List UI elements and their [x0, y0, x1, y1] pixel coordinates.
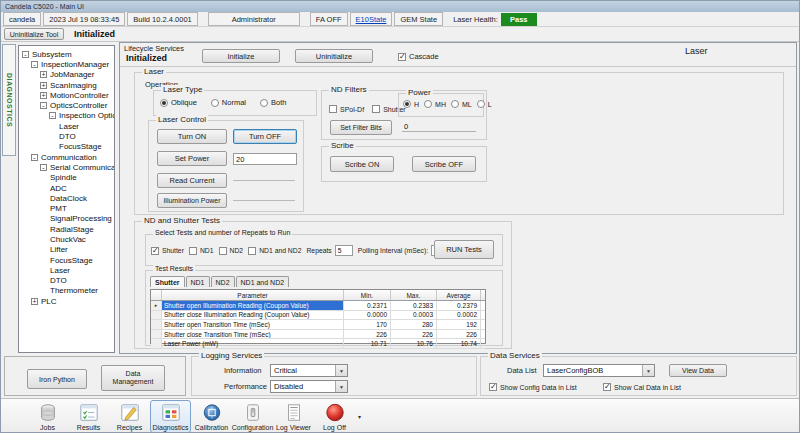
uninitialize-button[interactable]: Uninitialize: [295, 49, 373, 63]
tree-item-radialstage[interactable]: RadialStage: [19, 224, 114, 234]
taskbar-more-arrow[interactable]: ▾: [358, 413, 361, 420]
repeats-input[interactable]: 5: [335, 245, 353, 256]
test-checkbox-nd1-and-nd2[interactable]: ND1 and ND2: [248, 247, 301, 255]
nd-filter-checkbox-spol-df[interactable]: SPol-Df: [329, 105, 364, 113]
tree-item-opticscontroller[interactable]: -OpticsController: [19, 100, 114, 110]
laser-type-option-normal[interactable]: Normal: [211, 98, 246, 107]
view-data-button[interactable]: View Data: [669, 364, 727, 377]
collapse-icon[interactable]: -: [31, 61, 38, 68]
expand-icon[interactable]: +: [40, 92, 47, 99]
collapse-icon[interactable]: -: [31, 154, 38, 161]
table-row[interactable]: Shutter close Transition Time (mSec)2262…: [151, 330, 485, 340]
tree-item-pmt[interactable]: PMT: [19, 203, 114, 213]
collapse-icon[interactable]: -: [49, 112, 56, 119]
e10-state-link[interactable]: E10State: [350, 12, 393, 26]
tree-item-dto[interactable]: DTO: [19, 131, 114, 141]
illumination-power-button[interactable]: Illumination Power: [157, 193, 227, 208]
tree-item-dataclock[interactable]: DataClock: [19, 193, 114, 203]
divider: [120, 66, 796, 67]
information-level-dropdown[interactable]: Critical ▼: [270, 364, 348, 377]
tree-item-spindle[interactable]: Spindle: [19, 173, 114, 183]
scribe-on-button[interactable]: Scribe ON: [330, 156, 394, 172]
turn-off-button[interactable]: Turn OFF: [233, 129, 297, 144]
tree-item-inspectionmanager[interactable]: -InspectionManager: [19, 59, 114, 69]
laser-type-option-oblique[interactable]: Oblique: [160, 98, 197, 107]
column-header-parameter[interactable]: Parameter: [162, 290, 344, 300]
tree-item-communication[interactable]: -Communication: [19, 152, 114, 162]
uninitialize-tool-button[interactable]: Uninitialize Tool: [4, 28, 64, 40]
set-power-input[interactable]: 20: [233, 153, 297, 165]
collapse-icon[interactable]: -: [40, 164, 47, 171]
tab-shutter[interactable]: Shutter: [150, 276, 185, 287]
tree-item-laser[interactable]: Laser: [19, 265, 114, 275]
power-option-ml[interactable]: ML: [451, 100, 472, 108]
test-checkbox-nd2[interactable]: ND2: [219, 247, 244, 255]
tab-nd1-and-nd2[interactable]: ND1 and ND2: [236, 276, 290, 287]
tree-item-subsystem[interactable]: -Subsystem: [19, 49, 114, 59]
tree-item-focusstage[interactable]: FocusStage: [19, 255, 114, 265]
test-checkbox-shutter[interactable]: Shutter: [151, 247, 184, 255]
tree-item-inspection-optics[interactable]: -Inspection Optics: [19, 111, 114, 121]
cascade-checkbox[interactable]: Cascade: [398, 52, 439, 61]
set-power-button[interactable]: Set Power: [157, 151, 227, 166]
taskbar-calibration[interactable]: Calibration: [191, 400, 232, 433]
column-header-average[interactable]: Average: [437, 290, 481, 300]
data-list-dropdown[interactable]: LaserConfigBOB ▼: [543, 364, 655, 377]
read-current-button[interactable]: Read Current: [157, 173, 227, 188]
data-management-button[interactable]: Data Management: [101, 365, 165, 391]
tree-item-adc[interactable]: ADC: [19, 183, 114, 193]
run-tests-button[interactable]: RUN Tests: [434, 240, 494, 259]
tree-item-thermometer[interactable]: Thermometer: [19, 286, 114, 296]
table-row[interactable]: ▸Shutter open Illumination Reading (Coup…: [151, 301, 485, 311]
power-option-h[interactable]: H: [403, 100, 419, 108]
collapse-icon[interactable]: -: [22, 51, 29, 58]
tree-item-laser[interactable]: Laser: [19, 121, 114, 131]
column-header-max-[interactable]: Max.: [391, 290, 437, 300]
tree-item-dto[interactable]: DTO: [19, 276, 114, 286]
fa-status-button[interactable]: FA OFF: [310, 12, 348, 26]
table-row[interactable]: Shutter open Transition Time (mSec)17028…: [151, 320, 485, 330]
tree-item-jobmanager[interactable]: +JobManager: [19, 70, 114, 80]
expand-icon[interactable]: +: [40, 71, 47, 78]
power-option-l[interactable]: L: [477, 100, 492, 108]
power-option-mh[interactable]: MH: [424, 100, 446, 108]
taskbar-configuration[interactable]: Configuration: [232, 400, 273, 433]
taskbar-log-off[interactable]: Log Off: [314, 400, 355, 433]
laser-type-option-both[interactable]: Both: [260, 98, 286, 107]
tab-diagnostics-vertical[interactable]: DIAGNOSTICS: [2, 44, 16, 156]
checkbox-icon: [329, 105, 337, 113]
expand-icon[interactable]: +: [40, 82, 47, 89]
tree-item-focusstage[interactable]: FocusStage: [19, 142, 114, 152]
tree-item-plc[interactable]: +PLC: [19, 296, 114, 306]
tree-item-scanimaging[interactable]: +ScanImaging: [19, 80, 114, 90]
table-row[interactable]: Laser Power (mW)10.7110.7610.74: [151, 339, 485, 349]
tree-item-chuckvac[interactable]: ChuckVac: [19, 234, 114, 244]
tree-item-lifter[interactable]: Lifter: [19, 245, 114, 255]
collapse-icon[interactable]: -: [40, 102, 47, 109]
taskbar-jobs[interactable]: Jobs: [27, 400, 68, 433]
test-checkbox-nd1[interactable]: ND1: [189, 247, 214, 255]
taskbar-label: Log Off: [323, 424, 346, 431]
set-filter-bits-button[interactable]: Set Filter Bits: [330, 120, 392, 135]
tree-item-serial-communication[interactable]: -Serial Communication: [19, 162, 114, 172]
tab-nd1[interactable]: ND1: [186, 276, 210, 287]
tab-nd2[interactable]: ND2: [211, 276, 235, 287]
tree-item-signalprocessing[interactable]: SignalProcessing: [19, 214, 114, 224]
iron-python-button[interactable]: Iron Python: [27, 369, 87, 389]
scribe-off-button[interactable]: Scribe OFF: [412, 156, 476, 172]
show-cal-data-checkbox[interactable]: Show Cal Data in List: [603, 383, 681, 391]
performance-level-dropdown[interactable]: Disabled ▼: [270, 380, 348, 393]
taskbar-recipes[interactable]: Recipes: [109, 400, 150, 433]
expand-icon[interactable]: +: [31, 298, 38, 305]
table-row[interactable]: Shutter close Illumination Reading (Coup…: [151, 311, 485, 321]
taskbar-results[interactable]: Results: [68, 400, 109, 433]
tree-item-motioncontroller[interactable]: +MotionController: [19, 90, 114, 100]
initialize-button[interactable]: Initialize: [202, 49, 280, 63]
turn-on-button[interactable]: Turn ON: [157, 129, 227, 144]
taskbar-diagnostics[interactable]: Diagnostics: [150, 400, 191, 433]
taskbar-log-viewer[interactable]: Log Viewer: [273, 400, 314, 433]
max-cell: 0.2383: [391, 301, 437, 310]
show-config-data-checkbox[interactable]: Show Config Data in List: [489, 383, 577, 391]
gem-state-button[interactable]: GEM State: [394, 12, 443, 26]
column-header-min-[interactable]: Min.: [344, 290, 391, 300]
